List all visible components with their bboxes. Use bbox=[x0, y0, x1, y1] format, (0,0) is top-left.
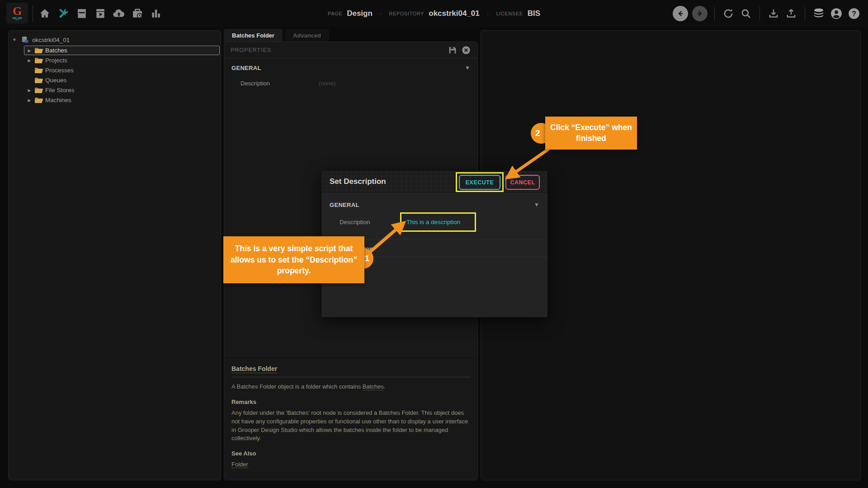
close-icon[interactable] bbox=[461, 45, 471, 55]
upload-icon[interactable] bbox=[784, 7, 798, 20]
svg-text:?: ? bbox=[852, 9, 856, 18]
repository-label: REPOSITORY bbox=[389, 11, 425, 16]
left-tool-group bbox=[38, 0, 163, 27]
callout-2-box: Click “Execute” when finished bbox=[545, 117, 637, 150]
dialog-general-label: GENERAL bbox=[330, 202, 534, 208]
logo-letter: G bbox=[13, 6, 22, 17]
archive-box-icon[interactable] bbox=[75, 7, 89, 20]
jobs-clock-icon[interactable] bbox=[131, 7, 144, 20]
tree-item-processes[interactable]: Processes bbox=[24, 66, 220, 75]
callout-2-number: 2 bbox=[535, 128, 540, 138]
expander-expand-icon[interactable]: ▶ bbox=[26, 98, 33, 103]
dialog-general-section[interactable]: GENERAL ▼ bbox=[321, 197, 547, 212]
user-icon[interactable] bbox=[830, 7, 843, 20]
folder-link[interactable]: Folder bbox=[231, 461, 248, 468]
home-icon[interactable] bbox=[38, 7, 52, 20]
expander-expand-icon[interactable]: ▶ bbox=[26, 88, 33, 93]
download-icon[interactable] bbox=[767, 7, 780, 20]
toolbar-divider bbox=[714, 7, 715, 20]
status-separator: · bbox=[380, 10, 382, 17]
execute-button[interactable]: EXECUTE bbox=[459, 175, 500, 190]
tree-item-queues[interactable]: Queues bbox=[24, 75, 220, 85]
folder-icon bbox=[34, 77, 43, 84]
tree-item-label: Queues bbox=[45, 77, 66, 84]
repository-value: okcstrki04_01 bbox=[429, 9, 479, 18]
design-tools-icon[interactable] bbox=[57, 7, 70, 20]
help-title-link[interactable]: Batches Folder bbox=[231, 365, 277, 373]
node-tree-panel: ▼ okcstrki04_01 ▶ Batches ▶ Projects Pro… bbox=[8, 30, 221, 480]
batches-link[interactable]: Batches bbox=[363, 383, 384, 390]
see-also-header: See Also bbox=[231, 450, 470, 457]
description-label: Description bbox=[241, 80, 319, 87]
tree-item-label: Batches bbox=[45, 47, 67, 54]
dialog-title-bar: Set Description EXECUTE CANCEL bbox=[321, 171, 547, 192]
description-value: (none) bbox=[319, 80, 336, 87]
remarks-body: Any folder under the 'Batches' root node… bbox=[231, 409, 470, 443]
toolbar-divider bbox=[760, 7, 760, 20]
help-pane: Batches Folder A Batches Folder object i… bbox=[224, 358, 477, 480]
general-section-header[interactable]: GENERAL ▼ bbox=[224, 58, 477, 77]
tree-item-file-stores[interactable]: ▶ File Stores bbox=[24, 85, 220, 95]
refresh-icon[interactable] bbox=[722, 7, 735, 20]
folder-icon bbox=[34, 97, 43, 104]
tree-item-batches[interactable]: ▶ Batches bbox=[24, 46, 220, 55]
tab-advanced[interactable]: Advanced bbox=[285, 29, 329, 42]
grooper-design-studio-window: G bbox=[0, 0, 868, 488]
tree-root-okcstrki04_01[interactable]: ▼ okcstrki04_01 bbox=[9, 34, 221, 45]
description-property-row[interactable]: Description (none) bbox=[224, 77, 477, 89]
bar-chart-icon[interactable] bbox=[149, 7, 163, 20]
help-divider bbox=[231, 377, 470, 377]
expander-collapse-icon[interactable]: ▼ bbox=[11, 38, 18, 42]
expander-expand-icon[interactable]: ▶ bbox=[26, 58, 33, 63]
remarks-header: Remarks bbox=[231, 399, 470, 405]
forward-icon[interactable] bbox=[692, 6, 708, 21]
grooper-logo[interactable]: G bbox=[6, 3, 28, 23]
tab-batches-folder[interactable]: Batches Folder bbox=[224, 29, 283, 42]
chevron-down-icon: ▼ bbox=[465, 65, 470, 71]
top-toolbar: G bbox=[0, 0, 868, 27]
tree-item-projects[interactable]: ▶ Projects bbox=[24, 56, 220, 65]
toolbar-divider bbox=[33, 5, 33, 22]
expander-expand-icon[interactable]: ▶ bbox=[26, 48, 33, 53]
licensee-label: LICENSEE bbox=[496, 11, 523, 16]
folder-icon bbox=[34, 57, 43, 64]
status-separator: · bbox=[487, 10, 489, 17]
dialog-description-label: Description bbox=[340, 219, 370, 225]
tree-item-label: Machines bbox=[45, 97, 71, 103]
repository-database-icon bbox=[20, 36, 29, 43]
tree-item-label: Projects bbox=[45, 57, 67, 64]
description-value-highlight[interactable]: This is a description bbox=[400, 212, 476, 232]
callout-1-number: 1 bbox=[364, 253, 369, 263]
page-value: Design bbox=[347, 9, 373, 18]
repository-stack-icon[interactable] bbox=[812, 7, 826, 20]
detail-tabs: Batches Folder Advanced bbox=[224, 29, 478, 42]
help-intro: A Batches Folder object is a folder whic… bbox=[231, 383, 470, 391]
tree-item-label: Processes bbox=[45, 67, 74, 74]
tree-item-machines[interactable]: ▶ Machines bbox=[24, 95, 220, 105]
search-icon[interactable] bbox=[739, 7, 753, 20]
properties-title: PROPERTIES bbox=[231, 47, 444, 53]
dialog-description-value: This is a description bbox=[406, 219, 460, 225]
licensee-value: BIS bbox=[528, 9, 540, 18]
dialog-description-row: Description This is a description bbox=[321, 212, 547, 239]
callout-1-text: This is a very simple script that allows… bbox=[229, 243, 359, 277]
back-icon[interactable] bbox=[673, 6, 688, 21]
folder-icon bbox=[34, 47, 43, 54]
folder-icon bbox=[34, 67, 43, 74]
tree-root-label: okcstrki04_01 bbox=[32, 37, 70, 43]
help-intro-text: A Batches Folder object is a folder whic… bbox=[231, 383, 363, 390]
batch-play-icon[interactable] bbox=[94, 7, 107, 20]
right-tool-group: ? bbox=[673, 0, 861, 27]
logo-leaves-icon bbox=[11, 17, 23, 20]
help-intro-period: . bbox=[384, 383, 386, 390]
tree-item-label: File Stores bbox=[45, 87, 75, 94]
help-icon[interactable]: ? bbox=[847, 7, 861, 20]
toolbar-divider bbox=[805, 7, 805, 20]
cancel-button[interactable]: CANCEL bbox=[505, 175, 540, 190]
save-icon[interactable] bbox=[448, 45, 458, 55]
cloud-upload-icon[interactable] bbox=[112, 7, 126, 20]
callout-1-box: This is a very simple script that allows… bbox=[223, 236, 364, 283]
page-label: PAGE bbox=[328, 11, 342, 16]
dialog-title: Set Description bbox=[330, 171, 386, 192]
chevron-down-icon: ▼ bbox=[534, 202, 539, 208]
